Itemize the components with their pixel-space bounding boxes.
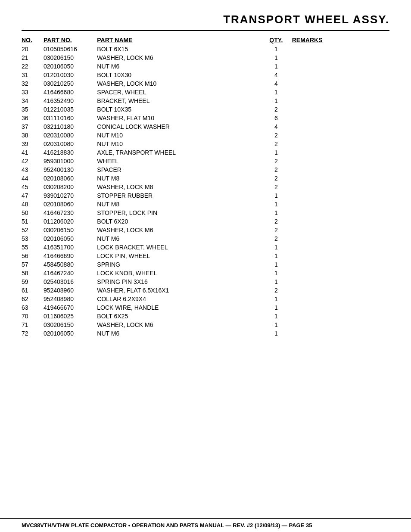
cell-partname: BOLT 10X35 <box>97 105 263 114</box>
cell-qty: 1 <box>263 312 292 320</box>
cell-remarks <box>292 329 389 338</box>
table-row: 42959301000WHEEL2 <box>22 157 389 165</box>
cell-no: 59 <box>22 277 44 286</box>
header-qty: QTY. <box>263 35 292 45</box>
page-wrapper: TRANSPORT WHEEL ASSY. NO. PART NO. PART … <box>0 0 411 532</box>
cell-partno: 020106050 <box>44 234 97 243</box>
cell-remarks <box>292 277 389 286</box>
cell-qty: 2 <box>263 157 292 165</box>
cell-remarks <box>292 183 389 191</box>
cell-qty: 1 <box>263 191 292 200</box>
cell-no: 45 <box>22 183 44 191</box>
cell-no: 36 <box>22 114 44 122</box>
cell-partname: WHEEL <box>97 157 263 165</box>
cell-partno: 011606025 <box>44 312 97 320</box>
parts-table: NO. PART NO. PART NAME QTY. REMARKS 2001… <box>22 35 389 338</box>
cell-remarks <box>292 79 389 88</box>
cell-qty: 1 <box>263 208 292 217</box>
cell-no: 44 <box>22 174 44 183</box>
cell-qty: 1 <box>263 252 292 260</box>
footer: MVC88VTH/VTHW PLATE COMPACTOR • OPERATIO… <box>0 518 411 532</box>
table-row: 53020106050NUT M62 <box>22 234 389 243</box>
cell-no: 33 <box>22 88 44 96</box>
cell-no: 22 <box>22 62 44 71</box>
table-row: 45030208200WASHER, LOCK M82 <box>22 183 389 191</box>
cell-qty: 1 <box>263 320 292 329</box>
cell-partno: 959301000 <box>44 157 97 165</box>
cell-qty: 1 <box>263 148 292 157</box>
cell-partno: 012210035 <box>44 105 97 114</box>
header-no: NO. <box>22 35 44 45</box>
cell-remarks <box>292 295 389 303</box>
cell-qty: 2 <box>263 183 292 191</box>
cell-remarks <box>292 165 389 174</box>
header-partname: PART NAME <box>97 35 263 45</box>
cell-remarks <box>292 312 389 320</box>
cell-partno: 020108060 <box>44 200 97 208</box>
cell-no: 58 <box>22 269 44 277</box>
cell-partname: LOCK KNOB, WHEEL <box>97 269 263 277</box>
cell-partname: CONICAL LOCK WASHER <box>97 122 263 131</box>
cell-qty: 1 <box>263 260 292 269</box>
cell-qty: 4 <box>263 79 292 88</box>
cell-no: 70 <box>22 312 44 320</box>
cell-qty: 1 <box>263 269 292 277</box>
cell-qty: 1 <box>263 62 292 71</box>
cell-partno: 416467230 <box>44 208 97 217</box>
table-row: 200105050616BOLT 6X151 <box>22 45 389 53</box>
cell-partname: STOPPER, LOCK PIN <box>97 208 263 217</box>
cell-partno: 416467240 <box>44 269 97 277</box>
cell-no: 52 <box>22 226 44 234</box>
cell-qty: 4 <box>263 122 292 131</box>
cell-partname: WASHER, LOCK M6 <box>97 320 263 329</box>
cell-partno: 020106050 <box>44 329 97 338</box>
cell-qty: 2 <box>263 165 292 174</box>
cell-qty: 6 <box>263 114 292 122</box>
cell-partname: WASHER, LOCK M8 <box>97 183 263 191</box>
table-row: 62952408980COLLAR 6.2X9X41 <box>22 295 389 303</box>
cell-partno: 416466690 <box>44 252 97 260</box>
cell-partname: NUT M6 <box>97 329 263 338</box>
cell-partname: SPACER <box>97 165 263 174</box>
cell-no: 62 <box>22 295 44 303</box>
cell-no: 20 <box>22 45 44 53</box>
cell-partno: 939010270 <box>44 191 97 200</box>
cell-partname: WASHER, FLAT 6.5X16X1 <box>97 286 263 295</box>
table-row: 21030206150WASHER, LOCK M61 <box>22 53 389 62</box>
cell-no: 57 <box>22 260 44 269</box>
cell-partname: BOLT 10X30 <box>97 71 263 79</box>
cell-remarks <box>292 286 389 295</box>
cell-remarks <box>292 88 389 96</box>
cell-no: 37 <box>22 122 44 131</box>
cell-no: 42 <box>22 157 44 165</box>
cell-remarks <box>292 96 389 105</box>
cell-no: 61 <box>22 286 44 295</box>
table-row: 32030210250WASHER, LOCK M104 <box>22 79 389 88</box>
cell-remarks <box>292 200 389 208</box>
table-row: 37032110180CONICAL LOCK WASHER4 <box>22 122 389 131</box>
table-row: 59025403016SPRING PIN 3X161 <box>22 277 389 286</box>
cell-partname: SPRING PIN 3X16 <box>97 277 263 286</box>
cell-remarks <box>292 252 389 260</box>
cell-partno: 0105050616 <box>44 45 97 53</box>
cell-qty: 1 <box>263 303 292 312</box>
cell-partno: 031110160 <box>44 114 97 122</box>
cell-partno: 020310080 <box>44 140 97 148</box>
cell-partname: NUT M10 <box>97 140 263 148</box>
cell-partname: COLLAR 6.2X9X4 <box>97 295 263 303</box>
cell-partname: NUT M8 <box>97 174 263 183</box>
cell-partname: NUT M6 <box>97 234 263 243</box>
cell-remarks <box>292 157 389 165</box>
cell-remarks <box>292 174 389 183</box>
cell-qty: 1 <box>263 200 292 208</box>
cell-remarks <box>292 320 389 329</box>
cell-partno: 032110180 <box>44 122 97 131</box>
cell-partno: 416466680 <box>44 88 97 96</box>
cell-partname: WASHER, LOCK M6 <box>97 226 263 234</box>
table-row: 44020108060NUT M82 <box>22 174 389 183</box>
cell-qty: 2 <box>263 234 292 243</box>
cell-partname: SPACER, WHEEL <box>97 88 263 96</box>
cell-qty: 2 <box>263 226 292 234</box>
cell-partname: BRACKET, WHEEL <box>97 96 263 105</box>
cell-partno: 030210250 <box>44 79 97 88</box>
